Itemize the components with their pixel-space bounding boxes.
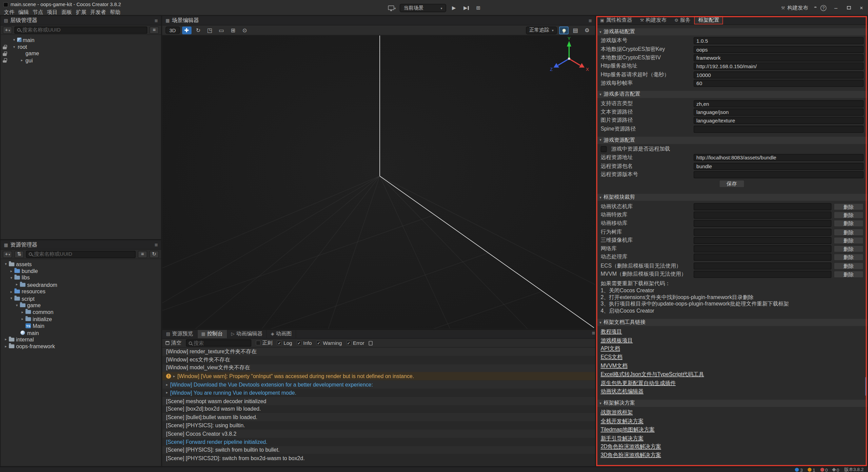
filter-warning-checkbox[interactable]: Warning xyxy=(316,340,342,346)
delete-button[interactable]: 删除 xyxy=(834,237,864,244)
asset-row-assets[interactable]: ▾assets xyxy=(1,261,161,268)
step-button[interactable]: ▶ xyxy=(462,4,471,12)
tab-asset-preview[interactable]: ▤资源预览 xyxy=(162,330,197,338)
collapse-caret-icon[interactable]: ▾ xyxy=(14,303,19,308)
help-button[interactable]: ? xyxy=(821,5,827,11)
section-module-trim[interactable]: ▾框架模块裁剪 xyxy=(596,194,867,201)
regex-checkbox[interactable]: 正则 xyxy=(256,339,273,347)
fps-input[interactable] xyxy=(694,80,864,87)
section-solutions[interactable]: ▾框架解决方案 xyxy=(596,400,867,407)
asset-row-libs[interactable]: ▾libs xyxy=(1,274,161,281)
menu-extension[interactable]: 扩展 xyxy=(76,9,86,16)
log-row-warning[interactable]: !▸[Window] [Vue warn]: Property "onInput… xyxy=(162,372,595,380)
tab-build-publish[interactable]: ⚒构建发布 xyxy=(636,16,671,24)
log-row-info[interactable]: ▸[Window] Download the Vue Devtools exte… xyxy=(162,380,595,389)
log-row-info[interactable]: [Scene] Forward render pipeline initiali… xyxy=(162,438,595,446)
console-menu-button[interactable]: ≡ xyxy=(592,330,595,338)
assets-menu-button[interactable]: ≡ xyxy=(155,242,158,248)
remote-url-input[interactable] xyxy=(694,154,864,161)
languages-input[interactable] xyxy=(694,100,864,107)
spine-path-input[interactable] xyxy=(694,125,864,133)
filter-error-checkbox[interactable]: Error xyxy=(346,340,364,346)
log-row[interactable]: [Scene] [box2d]:box2d wasm lib loaded. xyxy=(162,405,595,413)
menu-developer[interactable]: 开发者 xyxy=(90,9,106,16)
tab-frame-config[interactable]: 框架配置 xyxy=(694,16,723,24)
expand-caret-icon[interactable]: ▸ xyxy=(173,374,175,378)
tab-inspector[interactable]: ▣属性检查器 xyxy=(596,16,636,24)
asset-row-game[interactable]: ▾game xyxy=(1,302,161,309)
tab-service[interactable]: ⚙服务 xyxy=(671,16,694,24)
asset-row-common[interactable]: ▸common xyxy=(1,309,161,316)
minimize-button[interactable]: – xyxy=(833,5,840,11)
solution-link[interactable]: 3D角色扮演游戏解决方案 xyxy=(600,451,661,459)
http-timeout-input[interactable] xyxy=(694,71,864,78)
log-row[interactable]: [Scene] [PHYSICS]: switch from builtin t… xyxy=(162,446,595,454)
delete-button[interactable]: 删除 xyxy=(834,271,864,278)
expand-caret-icon[interactable]: ▸ xyxy=(166,382,168,387)
doc-link[interactable]: 教程项目 xyxy=(600,327,622,336)
tree-node-root[interactable]: ▾ root xyxy=(1,43,161,50)
http-server-input[interactable] xyxy=(694,63,864,70)
info-count-badge[interactable]: 3 xyxy=(795,467,803,472)
solution-link[interactable]: 新手引导解决方案 xyxy=(600,434,644,442)
tracking-select[interactable]: 正常追踪▾ xyxy=(526,26,557,34)
remote-bundle-input[interactable] xyxy=(694,163,864,170)
menu-project[interactable]: 项目 xyxy=(47,9,58,16)
expand-caret-icon[interactable]: ▸ xyxy=(20,310,25,314)
doc-link[interactable]: MVVM文档 xyxy=(600,361,627,370)
layout-button[interactable]: ⊞ xyxy=(474,4,483,12)
tab-animation-graph[interactable]: ◈动画图 xyxy=(267,330,296,338)
menu-edit[interactable]: 编辑 xyxy=(18,9,29,16)
rotate-tool-button[interactable]: ↻ xyxy=(194,26,203,34)
move-tool-button[interactable]: ✚ xyxy=(182,26,191,34)
delete-button[interactable]: 删除 xyxy=(834,254,864,261)
solution-link[interactable]: Tiledmap地图解决方案 xyxy=(600,425,654,434)
log-row[interactable]: [Scene] [bullet]:bullet wasm lib loaded. xyxy=(162,413,595,421)
asset-row-initialize[interactable]: ▸initialize xyxy=(1,316,161,322)
refresh-assets-button[interactable]: ↻ xyxy=(150,251,159,258)
log-row[interactable]: [Scene] meshopt wasm decoder initialized xyxy=(162,397,595,405)
mode-3d-button[interactable]: 3D xyxy=(165,26,180,34)
scale-tool-button[interactable]: ◳ xyxy=(205,26,215,34)
checkbox-icon[interactable] xyxy=(600,146,607,152)
asset-row-main-scene[interactable]: ▸main xyxy=(1,329,161,336)
hierarchy-menu-button[interactable]: ≡ xyxy=(155,17,158,23)
filter-log-checkbox[interactable]: Log xyxy=(277,340,292,346)
delete-button[interactable]: 删除 xyxy=(834,245,864,252)
expand-caret-icon[interactable]: ▸ xyxy=(3,344,8,349)
expand-caret-icon[interactable]: ▸ xyxy=(9,269,14,273)
log-row[interactable]: [Window] model_view文件夹不存在 xyxy=(162,364,595,372)
solution-link[interactable]: 战旗游戏框架 xyxy=(600,408,633,417)
tree-node-main[interactable]: ▾ main xyxy=(1,37,161,43)
image-path-input[interactable] xyxy=(694,117,864,124)
tree-node-gui[interactable]: ▸ gui xyxy=(1,57,161,64)
scene-select[interactable]: 当前场景▾ xyxy=(400,4,446,12)
build-publish-button[interactable]: ⚒构建发布 xyxy=(781,4,808,11)
collapse-caret-icon[interactable]: ▾ xyxy=(12,45,17,49)
lock-icon[interactable] xyxy=(3,52,6,56)
preview-platform-button[interactable]: ▾ xyxy=(388,4,396,12)
scene-menu-button[interactable]: ≡ xyxy=(589,17,592,23)
close-button[interactable]: × xyxy=(858,5,865,11)
expand-caret-icon[interactable]: ▸ xyxy=(19,58,24,63)
crypto-iv-input[interactable] xyxy=(694,54,864,61)
play-button[interactable]: ▶ xyxy=(450,4,458,12)
error-count-badge[interactable]: 0 xyxy=(820,467,828,472)
asset-row-script[interactable]: ▾script xyxy=(1,295,161,302)
clear-console-button[interactable]: 清空 xyxy=(165,339,181,347)
tab-animation-editor[interactable]: ▷动画编辑器 xyxy=(227,330,267,338)
hierarchy-filter-button[interactable]: ≡ xyxy=(150,26,159,34)
hierarchy-search-input[interactable] xyxy=(22,27,144,33)
asset-row-internal[interactable]: ▸internal xyxy=(1,336,161,343)
doc-link[interactable]: 动画状态机编辑器 xyxy=(600,387,644,395)
log-row-info[interactable]: ▸[Window] You are running Vue in develop… xyxy=(162,389,595,397)
asset-row-main-ts[interactable]: ▸TSMain xyxy=(1,322,161,329)
log-row[interactable]: [Scene] [PHYSICS2D]: switch from box2d-w… xyxy=(162,454,595,462)
lock-icon[interactable] xyxy=(3,45,6,49)
delete-button[interactable]: 删除 xyxy=(834,220,864,227)
asset-row-bundle[interactable]: ▸bundle xyxy=(1,268,161,274)
scene-settings-button[interactable]: ⚙ xyxy=(583,26,592,34)
expand-caret-icon[interactable]: ▸ xyxy=(20,317,25,321)
doc-link[interactable]: API文档 xyxy=(600,344,620,353)
log-row[interactable]: [Scene] [PHYSICS]: using builtin. xyxy=(162,421,595,430)
